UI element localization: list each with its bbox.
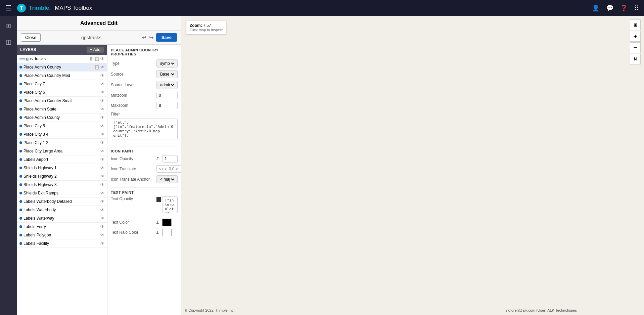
layer-item[interactable]: Place Admin Country Small 👁 <box>17 97 107 105</box>
type-row: Type symbol fill line circle <box>111 59 178 68</box>
add-layer-button[interactable]: + Add <box>87 47 104 53</box>
layer-item[interactable]: Place City 5 👁 <box>17 122 107 130</box>
layer-item[interactable]: Place City Large Area 👁 <box>17 147 107 155</box>
layer-copy-icon[interactable]: 📋 <box>94 65 99 70</box>
icon-translate-anchor-value[interactable]: < map > < viewport > <box>156 175 178 183</box>
minzoom-value[interactable] <box>156 92 178 99</box>
type-select[interactable]: symbol fill line circle <box>159 61 175 66</box>
layer-name: Labels Waterbody Detailed <box>24 199 99 204</box>
properties-panel: PLACE ADMIN COUNTRY PROPERTIES Type symb… <box>107 45 181 315</box>
layer-item[interactable]: Shields Highway 2 👁 <box>17 172 107 181</box>
layer-item[interactable]: gps_tracks 🗑📋👁 <box>17 55 107 63</box>
layer-visibility-icon[interactable]: 👁 <box>100 149 104 153</box>
layer-item[interactable]: Place Admin Country Med 👁 <box>17 72 107 80</box>
icon-translate-input[interactable] <box>156 165 181 173</box>
icon-translate-anchor-row: Icon Translate Anchor < map > < viewport… <box>111 175 178 183</box>
source-layer-value[interactable]: admin (zoom 0-16) <box>156 81 178 89</box>
layer-visibility-icon[interactable]: 👁 <box>100 174 104 179</box>
icon-translate-anchor-select[interactable]: < map > < viewport > <box>159 177 175 182</box>
text-opacity-delete-icon[interactable] <box>156 197 161 202</box>
layer-item[interactable]: Labels Waterbody Detailed 👁 <box>17 197 107 206</box>
layer-icons: 👁 <box>100 208 104 212</box>
layer-item[interactable]: Shields Exit Ramps 👁 <box>17 189 107 197</box>
icon-opacity-sigma[interactable]: Σ <box>156 156 159 161</box>
layer-visibility-icon[interactable]: 👁 <box>100 241 104 246</box>
save-button[interactable]: Save <box>156 33 177 42</box>
text-halo-color-sigma[interactable]: Σ <box>156 230 159 235</box>
layer-delete-icon[interactable]: 🗑 <box>89 56 93 61</box>
layer-dot-icon <box>19 66 22 69</box>
user-icon[interactable]: 👤 <box>592 4 599 12</box>
chat-icon[interactable]: 💬 <box>606 4 613 12</box>
type-value[interactable]: symbol fill line circle <box>156 59 178 68</box>
icon-opacity-input[interactable] <box>165 156 175 161</box>
zoom-in-button[interactable]: + <box>630 31 641 42</box>
layer-visibility-icon[interactable]: 👁 <box>100 73 104 78</box>
maxzoom-input[interactable] <box>159 103 175 108</box>
menu-icon[interactable]: ☰ <box>5 4 11 12</box>
map-background <box>181 16 644 315</box>
layer-visibility-icon[interactable]: 👁 <box>100 124 104 128</box>
filter-textarea[interactable]: ["all", ["in","featurecla","Admin-0 coun… <box>111 119 178 139</box>
help-icon[interactable]: ❓ <box>620 4 628 12</box>
map-area[interactable]: 10 71 Los Angeles Long Beach Anaheim San… <box>181 16 644 315</box>
text-halo-color-swatch[interactable] <box>162 229 172 236</box>
layer-visibility-icon[interactable]: 👁 <box>100 233 104 237</box>
layer-visibility-icon[interactable]: 👁 <box>100 199 104 204</box>
map-sidebar-icon[interactable]: ◫ <box>3 36 14 48</box>
undo-button[interactable]: ↩ <box>142 34 146 41</box>
layer-visibility-icon[interactable]: 👁 <box>100 82 104 86</box>
layer-item[interactable]: Place City 6 👁 <box>17 88 107 97</box>
layer-item[interactable]: Place Admin County 👁 <box>17 114 107 122</box>
layer-item[interactable]: Labels Waterbody 👁 <box>17 206 107 214</box>
layer-visibility-icon[interactable]: 👁 <box>100 132 104 137</box>
layer-icons: 👁 <box>100 174 104 179</box>
layer-item[interactable]: Place City 7 👁 <box>17 80 107 88</box>
layer-item[interactable]: Labels Polygon 👁 <box>17 231 107 239</box>
filter-label: Filter <box>111 112 154 117</box>
layer-visibility-icon[interactable]: 👁 <box>100 56 104 61</box>
layer-item[interactable]: Labels Airport 👁 <box>17 155 107 164</box>
layer-item[interactable]: Place Admin State 👁 <box>17 105 107 114</box>
layer-visibility-icon[interactable]: 👁 <box>100 90 104 95</box>
minzoom-input[interactable] <box>159 93 175 98</box>
layer-visibility-icon[interactable]: 👁 <box>100 107 104 111</box>
layers-control-icon[interactable]: ⊞ <box>630 19 641 30</box>
source-select[interactable]: Base <box>159 72 175 77</box>
layer-item[interactable]: Labels Ferry 👁 <box>17 223 107 231</box>
layer-visibility-icon[interactable]: 👁 <box>100 140 104 145</box>
layer-visibility-icon[interactable]: 👁 <box>100 191 104 195</box>
apps-icon[interactable]: ⠿ <box>634 4 639 12</box>
source-value[interactable]: Base <box>156 70 178 78</box>
minzoom-label: Minzoom <box>111 93 154 98</box>
source-layer-select[interactable]: admin (zoom 0-16) <box>159 82 175 88</box>
layer-visibility-icon[interactable]: 👁 <box>100 224 104 229</box>
maxzoom-value[interactable] <box>156 102 178 109</box>
layer-visibility-icon[interactable]: 👁 <box>100 115 104 120</box>
layer-item[interactable]: Shields Highway 1 👁 <box>17 164 107 172</box>
layers-sidebar-icon[interactable]: ⊞ <box>3 19 14 32</box>
layer-visibility-icon[interactable]: 👁 <box>100 182 104 187</box>
layer-item[interactable]: Place Admin Country 📋👁 <box>17 63 107 72</box>
layer-visibility-icon[interactable]: 👁 <box>100 216 104 221</box>
compass-button[interactable]: N <box>630 54 641 64</box>
layer-item[interactable]: Place City 1 2 👁 <box>17 139 107 147</box>
redo-button[interactable]: ↪ <box>149 34 153 41</box>
layer-visibility-icon[interactable]: 👁 <box>100 98 104 103</box>
layer-item[interactable]: Place City 3 4 👁 <box>17 130 107 139</box>
text-color-sigma[interactable]: Σ <box>156 220 159 225</box>
layer-item[interactable]: Labels Waterway 👁 <box>17 214 107 223</box>
layer-copy-icon[interactable]: 📋 <box>94 56 99 61</box>
layer-visibility-icon[interactable]: 👁 <box>100 65 104 70</box>
layer-item[interactable]: Labels Facility 👁 <box>17 239 107 248</box>
layer-item[interactable]: Shields Highway 3 👁 <box>17 181 107 189</box>
zoom-value: 7.57 <box>203 23 211 28</box>
close-button[interactable]: Close <box>21 33 41 42</box>
text-opacity-textarea[interactable]: ["interpolate", ["exponential",1], ["zoo… <box>163 196 178 213</box>
layer-visibility-icon[interactable]: 👁 <box>100 157 104 162</box>
layer-visibility-icon[interactable]: 👁 <box>100 166 104 170</box>
zoom-out-button[interactable]: − <box>630 42 641 53</box>
text-color-swatch[interactable] <box>162 219 172 226</box>
layer-visibility-icon[interactable]: 👁 <box>100 208 104 212</box>
icon-opacity-value[interactable] <box>162 155 178 163</box>
